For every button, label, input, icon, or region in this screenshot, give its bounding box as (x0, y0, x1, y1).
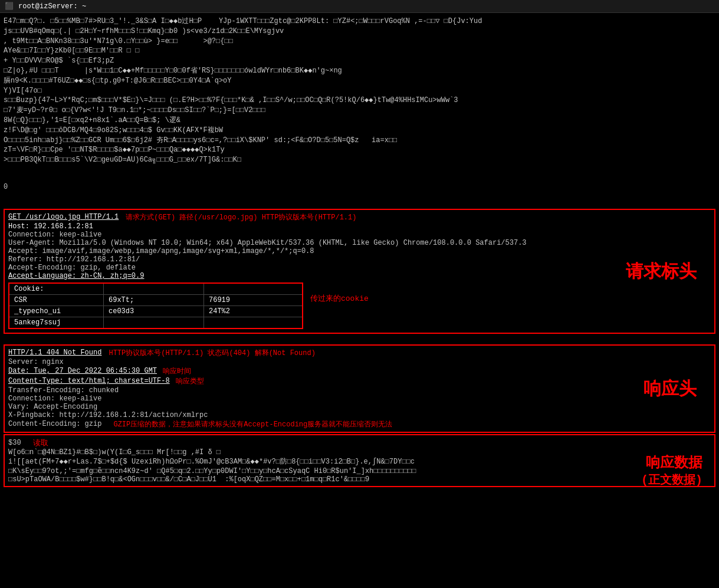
cookie-header-row: Cookie: (9, 284, 302, 295)
transfer-encoding-line: Transfer-Encoding: chunked (8, 386, 711, 395)
cookie-val2-2: 24T%2 (204, 306, 293, 317)
read-label: 读取 (33, 438, 48, 448)
request-line: GET /usr/logo.jpg HTTP/1.1 (8, 213, 119, 221)
x-pingback-line: X-Pingback: http://192.168.1.2:81/action… (8, 411, 711, 419)
host-line: Host: 192.168.1.2:81 (8, 222, 711, 231)
hex-line: $30 (8, 439, 21, 447)
cookie-annotation: 传过来的cookie (310, 293, 369, 304)
cookie-val1-1: 69xTt; (104, 295, 204, 306)
response-status-annotation: HTTP协议版本号(HTTP/1.1) 状态码(404) 解释(Not Foun… (109, 348, 315, 358)
request-line-annotation: 请求方式(GET) 路径(/usr/logo.jpg) HTTP协议版本号(HT… (126, 212, 356, 222)
vary-line: Vary: Accept-Encoding (8, 403, 711, 411)
title-text: root@izServer: ~ (18, 2, 86, 11)
response-body-line: □sU>pTaOWA/B□□□□$w#}□□B!q□&<OGn□□□v□□&/□… (8, 475, 711, 484)
cookie-row-3: 5ankeg7ssuj (9, 317, 302, 328)
response-status-line: HTTP/1.1 404 Not Found (8, 349, 101, 357)
cookie-name-2: _typecho_ui (9, 306, 104, 317)
accept-language-line: Accept-Language: zh-CN, zh;q=0.9 (8, 272, 144, 280)
terminal-icon: ⬛ (5, 2, 14, 11)
scrambled-output: E47□m□Q?□. □5□□%MB□7#>RU□3_'!._3&S□A I□◆… (4, 15, 715, 166)
response-body-line: i![[aet(FM+7◆◆r+Las.7$□+$d{$ UzexiRh)hΩo… (8, 456, 711, 467)
hex-line-row: $30 读取 (8, 438, 711, 448)
date-line: Date: Tue, 27 Dec 2022 06:45:30 GMT (8, 367, 157, 375)
referer-line: Referer: http://192.168.1.2:81/ (8, 255, 711, 264)
zero-line: 0 (4, 183, 715, 191)
response-header-label: 响应头 (644, 376, 697, 400)
request-section: GET /usr/logo.jpg HTTP/1.1 请求方式(GET) 路径(… (4, 209, 715, 334)
content-type-row: Content-Type: text/html; charset=UTF-8 响… (8, 376, 711, 386)
cookie-name-cell: Cookie: (9, 284, 104, 294)
cookie-val1-3 (104, 317, 204, 328)
response-body-label: 响应数据(正文数据) (641, 453, 702, 488)
title-bar: ⬛ root@izServer: ~ (0, 0, 719, 13)
response-body-lines: W[o6□n`□@4N□BZ1}#□B$□)w(Y(I□G_s□□□ Mr[!□… (8, 448, 711, 484)
cookie-val2-1: 76919 (204, 295, 293, 306)
cookie-row-1: CSR 69xTt; 76919 (9, 295, 302, 306)
content-type-annotation: 响应类型 (176, 376, 204, 386)
cookie-val2-cell (204, 284, 293, 294)
response-status-row: HTTP/1.1 404 Not Found HTTP协议版本号(HTTP/1.… (8, 348, 711, 358)
cookie-val1-2: ce03d3 (104, 306, 204, 317)
accept-line: Accept: image/avif,image/webp,image/apng… (8, 247, 711, 255)
terminal-content: E47□m□Q?□. □5□□%MB□7#>RU□3_'!._3&S□A I□◆… (0, 13, 719, 491)
content-encoding-row: Content-Encoding: gzip GZIP压缩的数据，注意如果请求标… (8, 419, 711, 429)
response-body-line: □K\sEy□□9?ot,;'=□mfg□ẽ□□ncn4K9z~d' □Q#5□… (8, 467, 711, 475)
date-row: Date: Tue, 27 Dec 2022 06:45:30 GMT 响应时间 (8, 366, 711, 376)
date-annotation: 响应时间 (163, 366, 191, 376)
gzip-annotation: GZIP压缩的数据，注意如果请求标头没有Accept-Encoding服务器就不… (113, 419, 392, 429)
accept-language-row: Accept-Language: zh-CN, zh;q=0.9 (8, 272, 711, 280)
cookie-row-2: _typecho_ui ce03d3 24T%2 (9, 306, 302, 317)
request-header-label: 请求标头 (626, 259, 697, 283)
content-encoding-line: Content-Encoding: gzip (8, 420, 101, 428)
content-type-line: Content-Type: text/html; charset=UTF-8 (8, 377, 170, 385)
response-section: HTTP/1.1 404 Not Found HTTP协议版本号(HTTP/1.… (4, 344, 715, 433)
accept-encoding-line: Accept-Encoding: gzip, deflate (8, 264, 711, 272)
response-connection-line: Connection: keep-alive (8, 395, 711, 403)
connection-line: Connection: keep-alive (8, 231, 711, 239)
cookie-val2-3 (204, 317, 293, 328)
response-body-line: W[o6□n`□@4N□BZ1}#□B$□)w(Y(I□G_s□□□ Mr[!□… (8, 448, 711, 456)
response-body-section: $30 读取 W[o6□n`□@4N□BZ1}#□B$□)w(Y(I□G_s□□… (4, 434, 715, 487)
cookie-name-3: 5ankeg7ssuj (9, 317, 104, 328)
request-line-row: GET /usr/logo.jpg HTTP/1.1 请求方式(GET) 路径(… (8, 212, 711, 222)
cookie-area: Cookie: CSR 69xTt; 76919 _typecho_ui ce0… (8, 281, 711, 330)
cookie-val1-cell (104, 284, 204, 294)
server-line: Server: nginx (8, 358, 711, 366)
cookie-name-1: CSR (9, 295, 104, 306)
cookie-table: Cookie: CSR 69xTt; 76919 _typecho_ui ce0… (8, 282, 303, 329)
user-agent-line: User-Agent: Mozilla/5.0 (Windows NT 10.0… (8, 239, 711, 247)
